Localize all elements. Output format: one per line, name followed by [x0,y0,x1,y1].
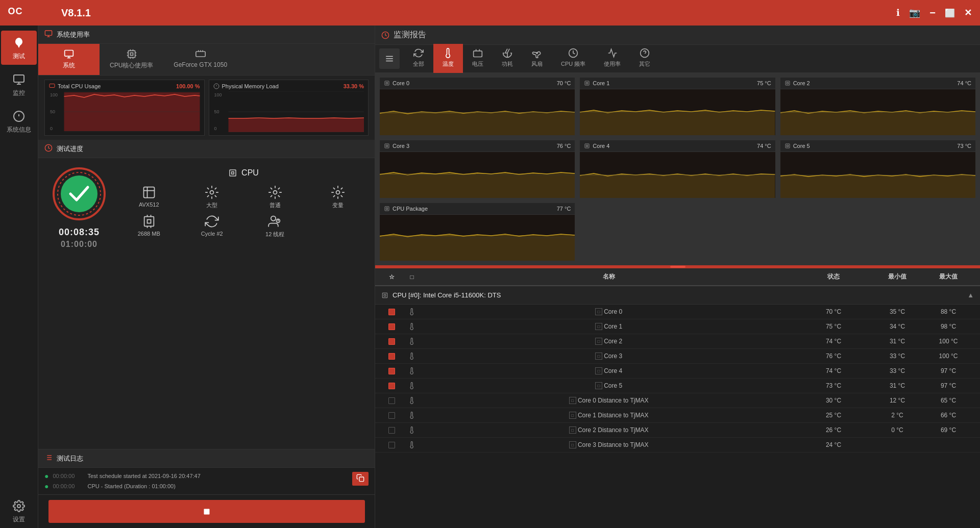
gauge-area: Total CPU Usage 100.00 % 100 50 0 [38,76,375,140]
row-checkbox-4[interactable] [381,368,402,374]
svg-rect-97 [380,173,575,198]
svg-rect-2 [14,75,24,82]
row-min-2: 31 °C [872,338,923,345]
row-min-4: 33 °C [872,367,923,374]
elapsed-time: 00:08:35 [59,227,100,238]
monitor-tab-fan[interactable]: 风扇 [522,44,552,73]
tab-power-label: 功耗 [502,60,513,68]
monitor-report-title: 监测报告 [394,30,426,40]
sidebar-item-monitor[interactable]: 监控 [1,67,37,102]
usage-tab-cpu[interactable]: CPU核心使用率 [100,44,163,75]
row-status-2: 74 °C [795,338,872,345]
monitor-tab-power[interactable]: 功耗 [493,44,522,73]
monitor-tab-usage[interactable]: 使用率 [595,44,630,73]
sidebar-item-sysinfo[interactable]: 系统信息 [1,104,37,138]
row-checkbox-9[interactable] [381,442,402,448]
cpu-gauge-label: Total CPU Usage [58,83,101,89]
stop-button[interactable] [48,500,365,523]
log-entry-0: ● 00:00:00 Test schedule started at 2021… [44,472,369,480]
info-btn[interactable]: ℹ [896,7,900,18]
chart-core1-header: Core 1 75 °C [580,78,775,89]
row-max-1: 98 °C [923,323,974,330]
usage-tab-gpu[interactable]: GeForce GTX 1050 [163,44,237,75]
svg-rect-92 [780,112,975,135]
test-progress-section: 测试进度 [38,140,375,449]
table-row: □ Core 2 Distance to TjMAX 26 °C 0 °C 69… [375,423,980,438]
screenshot-btn[interactable]: 📷 [909,7,920,18]
svg-rect-109 [385,207,389,211]
monitor-tab-temp[interactable]: 温度 [433,44,463,73]
test-progress-header: 测试进度 [38,140,375,158]
svg-point-51 [336,191,340,194]
table-body: CPU [#0]: Intel Core i5-11600K: DTS ▲ □ … [375,286,980,528]
stat-threads-label: 12 线程 [265,231,284,238]
sidebar-item-test[interactable]: 测试 [1,31,37,65]
row-checkbox-5[interactable] [381,383,402,389]
monitor-menu-button[interactable] [379,48,400,69]
app-version: V8.1.1 [61,7,91,19]
svg-rect-48 [232,172,234,174]
group-label: CPU [#0]: Intel Core i5-11600K: DTS [393,291,501,299]
svg-rect-16 [130,53,133,56]
table-group-cpu: CPU [#0]: Intel Core i5-11600K: DTS ▲ [375,286,980,305]
row-min-6: 12 °C [872,397,923,404]
chart-core3-body [380,152,575,198]
stat-cycle: Cycle #2 [183,214,241,238]
maximize-btn[interactable]: ⬜ [945,8,955,18]
row-thermometer-icon-6 [402,397,422,404]
log-copy-button[interactable] [352,472,369,486]
row-name-3: □ Core 3 [422,353,795,360]
logo: OC [8,3,59,23]
stat-threads: 12 线程 [246,214,304,238]
monitor-tab-voltage[interactable]: 电压 [463,44,493,73]
chart-cpu-package-label: CPU Package [393,206,428,212]
row-checkbox-1[interactable] [381,323,402,330]
mem-gauge-title: Physical Memory Load 33.30 % [213,83,364,89]
col-min: 最小值 [872,272,923,281]
monitor-tab-freq[interactable]: CPU 频率 [552,44,595,73]
chart-core2: Core 2 74 °C [780,77,976,136]
chart-core4-label: Core 4 [593,143,609,149]
tab-usage-label: 使用率 [604,60,621,68]
svg-rect-94 [385,144,389,148]
param-large: 大型 [183,185,241,209]
svg-rect-110 [386,208,388,210]
sidebar-settings-label: 设置 [13,515,25,524]
chart-core0-body [380,89,575,135]
row-thermometer-icon-7 [402,412,422,419]
right-panel: 监测报告 全部 [375,26,980,528]
table-row: □ Core 3 76 °C 33 °C 100 °C [375,349,980,364]
close-btn[interactable]: ✕ [964,7,972,18]
minimize-btn[interactable]: − [929,7,936,19]
chart-core4: Core 4 74 °C [579,140,775,198]
sidebar-item-settings[interactable]: 设置 [1,494,37,528]
tab-system-label: 系统 [63,61,75,70]
monitor-tab-all[interactable]: 全部 [404,44,433,73]
tab-gpu-label: GeForce GTX 1050 [174,61,227,68]
table-row: □ Core 2 74 °C 31 °C 100 °C [375,334,980,349]
row-checkbox-7[interactable] [381,412,402,419]
row-max-7: 66 °C [923,412,974,419]
row-checkbox-6[interactable] [381,397,402,404]
chart-core5-body [780,152,975,198]
row-thermometer-icon-8 [402,426,422,434]
row-thermometer-icon-3 [402,353,422,360]
row-min-1: 34 °C [872,323,923,330]
table-row: □ Core 1 Distance to TjMAX 25 °C 2 °C 66… [375,408,980,423]
svg-rect-72 [474,51,482,57]
chart-core1-value: 75 °C [757,80,771,86]
svg-rect-104 [786,144,790,148]
collapse-icon[interactable]: ▲ [967,291,974,299]
row-checkbox-0[interactable] [381,309,402,315]
row-checkbox-8[interactable] [381,427,402,434]
tab-cpu-label: CPU核心使用率 [110,61,153,70]
test-log-title: 测试日志 [57,454,83,463]
row-checkbox-3[interactable] [381,353,402,360]
usage-tab-system[interactable]: 系统 [38,44,100,75]
chart-core0-value: 70 °C [557,80,571,86]
row-checkbox-2[interactable] [381,338,402,345]
log-text-0: Test schedule started at 2021-09-16 20:4… [87,473,200,479]
row-status-9: 24 °C [795,441,872,448]
monitor-tab-other[interactable]: 其它 [630,44,659,73]
usage-tabs: 系统 CPU核心使用率 [38,44,375,76]
